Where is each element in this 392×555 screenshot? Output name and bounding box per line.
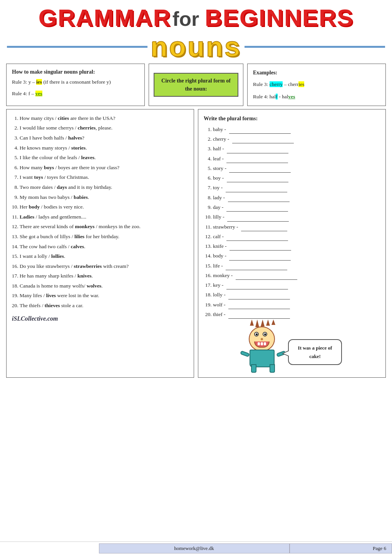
list-item: He has many sharp knifes / knives. <box>20 272 188 280</box>
answer-line <box>236 279 297 280</box>
rule3-note: (if there is a consonant before y) <box>43 79 111 85</box>
nouns-rule-right <box>245 46 385 48</box>
examples-title: Examples: <box>253 68 380 77</box>
rule4-ves: ves <box>35 91 42 96</box>
answer-line <box>228 309 290 309</box>
cartoon-arm-left <box>240 350 250 357</box>
answer-line <box>227 182 288 182</box>
answer-line <box>228 318 290 319</box>
rule3-ies: ies <box>36 79 42 85</box>
list-item: There are several kinds of monkeys / mon… <box>20 222 188 231</box>
list-item: He knows many storys / stories. <box>20 144 188 152</box>
list-item: cherry - <box>213 135 380 143</box>
list-item: thief - <box>213 310 380 319</box>
list-item: How many boys / boyes are there in your … <box>20 163 188 172</box>
cherry-hl: cherry <box>270 81 283 87</box>
rules-title: How to make singular nouns plural: <box>12 68 139 76</box>
speech-bubble-text: It was a piece of cake! <box>298 345 332 359</box>
list-item: lolly - <box>213 291 380 299</box>
answer-line <box>230 250 291 251</box>
rule3-text: Rule 3: y – ies (if there is a consonant… <box>12 78 139 86</box>
list-item: Can I have both halfs / halves? <box>20 134 188 142</box>
write-plural-title: Write the plural forms: <box>204 114 380 123</box>
list-item: key - <box>213 281 380 289</box>
list-item: The thiefs / thieves stole a car. <box>20 301 188 310</box>
list-item: baby - <box>213 125 380 134</box>
title-beginners: BEGINNERS <box>205 4 354 31</box>
answer-line <box>228 202 290 202</box>
list-item: monkey - <box>213 271 380 280</box>
example-rule3: Rule 3: cherry – cherries <box>253 80 380 89</box>
list-item: My mom has two babys / babies. <box>20 193 188 202</box>
list-item: How many citys / cities are there in the… <box>20 114 188 123</box>
ies-hl: ies <box>298 81 304 87</box>
list-item: I like the colour of the leafs / leaves. <box>20 153 188 162</box>
rule4-text: Rule 4: f – ves <box>12 89 139 98</box>
list-item: strawberry - <box>213 223 380 231</box>
nouns-subtitle: nouns <box>151 33 241 61</box>
answer-line <box>226 289 288 289</box>
example-rule4: Rule 4: half - halves <box>253 92 380 101</box>
examples-box: Examples: Rule 3: cherry – cherries Rule… <box>247 64 386 106</box>
nouns-line: nouns <box>4 33 388 61</box>
list-item: half - <box>213 145 380 153</box>
list-item: knife - <box>213 242 380 251</box>
answer-line <box>226 163 288 163</box>
exercise-list: How many citys / cities are there in the… <box>12 114 188 310</box>
answer-line <box>227 221 289 222</box>
answer-line <box>229 172 291 173</box>
list-item: Many lifes / lives were lost in the war. <box>20 291 188 300</box>
answer-line <box>227 153 288 153</box>
answer-line <box>226 270 287 270</box>
watermark: iSLCollective.com <box>12 314 188 324</box>
title-for: for <box>173 8 205 30</box>
list-item: lilly - <box>213 213 380 221</box>
answer-line <box>228 299 290 299</box>
nouns-rule-left <box>7 46 147 48</box>
rules-section: How to make singular nouns plural: Rule … <box>6 64 386 106</box>
f-hl: f <box>276 94 278 99</box>
list-item: I would like some cherrys / cherries, pl… <box>20 124 188 132</box>
list-item: leaf - <box>213 155 380 163</box>
list-item: She got a bunch of lillys / lilies for h… <box>20 232 188 241</box>
list-item: Ladies / ladys and gentlemen.... <box>20 213 188 221</box>
list-item: Do you like strawberrys / strawberries w… <box>20 262 188 271</box>
answer-line <box>226 240 288 241</box>
list-item: I want toys / toyes for Christmas. <box>20 173 188 182</box>
list-item: body - <box>213 252 380 260</box>
list-item: lady - <box>213 193 380 202</box>
list-item: toy - <box>213 183 380 192</box>
speech-bubble: It was a piece of cake! <box>288 339 342 365</box>
circle-instruction: Circle the right plural form of the noun… <box>154 73 238 97</box>
rules-box: How to make singular nouns plural: Rule … <box>6 64 145 106</box>
ves-hl: ves <box>288 94 295 99</box>
cartoon-head <box>249 326 275 352</box>
list-item: story - <box>213 164 380 173</box>
answer-line <box>229 133 291 134</box>
title-grammar: GRAMMAR <box>39 4 171 31</box>
list-item: calf - <box>213 232 380 241</box>
header: GRAMMAR for BEGINNERS nouns <box>0 0 392 61</box>
list-item: Her body / bodies is very nice. <box>20 203 188 211</box>
answer-line <box>232 143 294 143</box>
answer-line <box>226 192 287 192</box>
list-item: day - <box>213 203 380 212</box>
main-content: How many citys / cities are there in the… <box>6 109 386 378</box>
cartoon-figure <box>242 323 284 373</box>
list-item: life - <box>213 262 380 270</box>
cartoon-leg-left <box>251 364 256 373</box>
answer-line <box>241 231 287 231</box>
list-item: boy - <box>213 174 380 182</box>
list-item: I want a lolly / lollies. <box>20 252 188 261</box>
right-panel: Write the plural forms: baby - cherry - … <box>198 109 386 378</box>
circle-box: Circle the right plural form of the noun… <box>149 64 243 106</box>
footer: homework@live.dk Page 6 <box>0 542 392 555</box>
answer-line <box>229 260 291 261</box>
list-item: Two more daies / days and it is my birth… <box>20 183 188 192</box>
list-item: The cow had two calfs / calves. <box>20 242 188 251</box>
footer-page: Page 6 <box>290 543 392 553</box>
cartoon-area: It was a piece of cake! <box>204 323 380 373</box>
footer-email: homework@live.dk <box>99 543 290 553</box>
list-item: Canada is home to many wolfs/ wolves. <box>20 282 188 290</box>
list-item: wolf - <box>213 301 380 309</box>
